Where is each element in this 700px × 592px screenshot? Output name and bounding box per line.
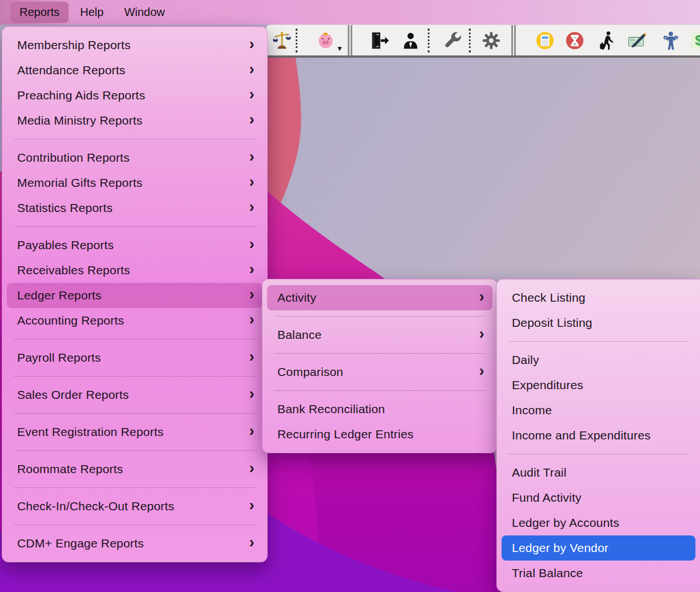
menu-item-activity[interactable]: Activity›: [267, 285, 492, 310]
payroll-person-icon[interactable]: $ ◷: [661, 30, 681, 51]
menu-item-memorial-gifts-reports[interactable]: Memorial Gifts Reports›: [7, 170, 262, 195]
svg-text:$: $: [665, 35, 666, 39]
traveler-icon[interactable]: [596, 30, 617, 51]
chevron-right-icon: ›: [249, 498, 254, 515]
menu-item-label: Income and Expenditures: [512, 429, 651, 442]
menu-item-label: Ledger Reports: [17, 289, 102, 302]
menu-item-label: Check-In/Check-Out Reports: [17, 499, 174, 513]
menu-item-trial-balance[interactable]: Trial Balance: [502, 561, 695, 586]
chevron-right-icon: ›: [249, 535, 254, 552]
menu-item-cdm-engage-reports[interactable]: CDM+ Engage Reports›: [7, 531, 262, 556]
chevron-right-icon: ›: [249, 174, 254, 191]
menu-item-balance[interactable]: Balance›: [267, 322, 492, 347]
check-writing-icon[interactable]: [627, 30, 648, 51]
menu-item-receivables-reports[interactable]: Receivables Reports›: [7, 258, 262, 283]
chevron-right-icon: ›: [249, 149, 254, 166]
menu-item-check-listing[interactable]: Check Listing: [502, 285, 695, 310]
menu-item-label: Daily: [512, 353, 539, 367]
menu-item-label: Income: [512, 403, 552, 417]
menu-item-label: CDM+ Engage Reports: [17, 537, 144, 550]
menu-item-label: Roommate Reports: [17, 462, 123, 476]
menu-item-check-in-check-out-reports[interactable]: Check-In/Check-Out Reports›: [7, 494, 262, 519]
person-record-icon[interactable]: [400, 30, 421, 51]
chevron-right-icon: ›: [249, 287, 254, 304]
menu-item-income-and-expenditures[interactable]: Income and Expenditures: [502, 423, 695, 448]
reports-menu: Membership Reports›Attendance Reports›Pr…: [2, 26, 268, 562]
toolbar-separator: [296, 29, 297, 53]
toolbar-separator: [511, 25, 516, 56]
menu-item-label: Preaching Aids Reports: [17, 89, 145, 102]
menubar-item-reports[interactable]: Reports: [10, 2, 69, 23]
menu-item-label: Accounting Reports: [17, 314, 124, 327]
menu-item-ledger-by-accounts[interactable]: Ledger by Accounts: [502, 510, 695, 535]
gear-icon[interactable]: [481, 30, 502, 51]
menu-item-label: Receivables Reports: [17, 263, 130, 277]
menu-item-label: Event Registration Reports: [17, 425, 164, 439]
menu-item-event-registration-reports[interactable]: Event Registration Reports›: [7, 419, 262, 445]
menu-separator: [274, 390, 486, 391]
menu-item-label: Fund Activity: [512, 491, 582, 505]
menu-item-label: Contribution Reports: [17, 151, 130, 165]
menu-item-recurring-ledger-entries[interactable]: Recurring Ledger Entries: [267, 422, 492, 447]
menu-item-attendance-reports[interactable]: Attendance Reports›: [7, 58, 262, 83]
menu-item-deposit-listing[interactable]: Deposit Listing: [502, 310, 695, 335]
ledger-reports-submenu: Activity›Balance›Comparison›Bank Reconci…: [262, 279, 498, 453]
menu-item-membership-reports[interactable]: Membership Reports›: [7, 33, 262, 58]
menu-item-contribution-reports[interactable]: Contribution Reports›: [7, 145, 262, 170]
chevron-right-icon: ›: [249, 349, 254, 366]
menu-separator: [274, 353, 486, 354]
menu-item-payroll-reports[interactable]: Payroll Reports›: [7, 345, 262, 370]
menu-separator: [14, 139, 256, 139]
chevron-right-icon: ›: [249, 112, 254, 129]
menu-separator: [14, 525, 256, 525]
menu-separator: [14, 226, 256, 227]
toolbar-separator: [428, 29, 429, 53]
menubar-item-help[interactable]: Help: [71, 2, 113, 23]
door-exit-icon[interactable]: [369, 30, 389, 51]
dropdown-arrow-icon: ▼: [336, 45, 343, 53]
scales-icon[interactable]: [272, 30, 292, 51]
menu-item-label: Statistics Reports: [17, 201, 113, 215]
menu-item-comparison[interactable]: Comparison›: [267, 359, 492, 385]
menu-item-ledger-by-vendor[interactable]: Ledger by Vendor: [502, 535, 695, 561]
menu-item-daily[interactable]: Daily: [502, 347, 695, 373]
chevron-right-icon: ›: [479, 363, 484, 381]
calculator-icon[interactable]: [535, 30, 555, 51]
chevron-right-icon: ›: [249, 262, 254, 279]
menu-separator: [14, 413, 256, 414]
menu-item-label: Memorial Gifts Reports: [17, 176, 142, 190]
menu-item-label: Payables Reports: [17, 238, 114, 252]
menu-item-bank-reconciliation[interactable]: Bank Reconciliation: [267, 397, 492, 422]
menu-item-sales-order-reports[interactable]: Sales Order Reports›: [7, 382, 262, 407]
menu-item-audit-trail[interactable]: Audit Trail: [502, 460, 695, 485]
chevron-right-icon: ›: [479, 289, 484, 306]
dollar-icon[interactable]: $: [691, 32, 700, 49]
menubar-item-window[interactable]: Window: [115, 2, 174, 23]
menu-item-label: Comparison: [277, 365, 343, 379]
menu-item-label: Ledger by Accounts: [512, 516, 619, 530]
wrench-icon[interactable]: [443, 30, 463, 51]
menu-item-label: Activity: [277, 291, 316, 305]
menu-item-label: Membership Reports: [17, 38, 131, 52]
menu-item-roommate-reports[interactable]: Roommate Reports›: [7, 457, 262, 482]
menu-separator: [508, 341, 689, 342]
menu-item-statistics-reports[interactable]: Statistics Reports›: [7, 195, 262, 221]
chevron-right-icon: ›: [249, 62, 254, 79]
menu-item-label: Deposit Listing: [512, 316, 592, 330]
menu-item-media-ministry-reports[interactable]: Media Ministry Reports›: [7, 108, 262, 133]
menu-item-preaching-aids-reports[interactable]: Preaching Aids Reports›: [7, 83, 262, 108]
menu-item-accounting-reports[interactable]: Accounting Reports›: [7, 308, 262, 333]
menu-item-ledger-reports[interactable]: Ledger Reports›: [7, 283, 262, 308]
menu-item-income[interactable]: Income: [502, 398, 695, 423]
menu-item-payables-reports[interactable]: Payables Reports›: [7, 233, 262, 258]
menu-item-fund-activity[interactable]: Fund Activity: [502, 485, 695, 510]
menu-item-expenditures[interactable]: Expenditures: [502, 373, 695, 398]
piggy-bank-icon[interactable]: ▼: [316, 30, 336, 51]
chevron-right-icon: ›: [249, 461, 254, 478]
menu-item-label: Trial Balance: [512, 566, 583, 580]
chevron-right-icon: ›: [479, 326, 484, 343]
hourglass-icon[interactable]: [564, 30, 585, 51]
chevron-right-icon: ›: [249, 312, 254, 329]
menu-separator: [14, 450, 256, 451]
menu-item-label: Payroll Reports: [17, 351, 101, 365]
